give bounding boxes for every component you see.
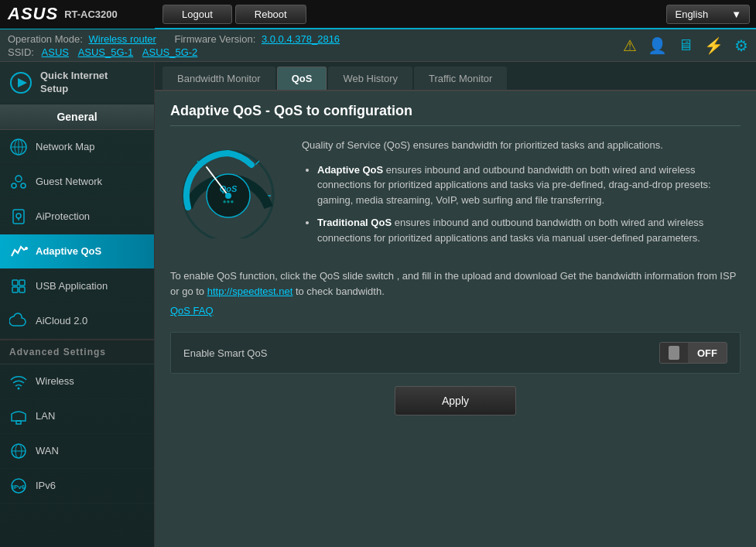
qos-faq-link[interactable]: QoS FAQ	[170, 305, 741, 316]
general-section-header: General	[0, 104, 154, 130]
qos-note: To enable QoS function, click the QoS sl…	[170, 268, 741, 299]
sidebar-item-ipv6[interactable]: IPv6 IPv6	[0, 469, 154, 504]
ipv6-icon: IPv6	[9, 477, 28, 495]
qos-bullet-traditional: Traditional QoS ensures inbound and outb…	[317, 215, 741, 245]
svg-text:IPv6: IPv6	[12, 484, 26, 491]
topbar-buttons: Logout Reboot	[155, 5, 666, 24]
speedometer-chart: QoS ●●●	[174, 138, 282, 238]
quick-setup-icon	[9, 71, 32, 94]
tab-web-history[interactable]: Web History	[328, 67, 412, 90]
chevron-down-icon: ▼	[731, 9, 741, 20]
svg-point-10	[16, 214, 21, 218]
qos-intro: Quality of Service (QoS) ensures bandwid…	[302, 138, 741, 153]
speedtest-link[interactable]: http://speedtest.net	[207, 285, 293, 297]
page-title: Adaptive QoS - QoS to configuration	[170, 103, 741, 126]
qos-gauge: QoS ●●●	[170, 138, 286, 238]
sidebar-label-lan: LAN	[36, 410, 55, 422]
svg-point-7	[12, 183, 16, 188]
tab-qos[interactable]: QoS	[277, 67, 327, 90]
sidebar-label-usb-application: USB Application	[36, 280, 108, 292]
svg-point-8	[21, 183, 26, 188]
main-content: Bandwidth Monitor QoS Web History Traffi…	[155, 62, 756, 547]
quick-setup-label2: Setup	[40, 83, 108, 96]
sidebar-label-ipv6: IPv6	[36, 480, 56, 491]
svg-point-12	[25, 247, 28, 250]
ssid-1[interactable]: ASUS	[42, 46, 69, 58]
ssid-2[interactable]: ASUS_5G-1	[78, 46, 134, 58]
svg-rect-16	[19, 287, 25, 292]
sidebar-label-adaptive-qos: Adaptive QoS	[36, 245, 101, 257]
apply-button[interactable]: Apply	[395, 386, 516, 415]
sidebar-item-quick-setup[interactable]: Quick Internet Setup	[0, 62, 154, 104]
sidebar-item-usb-application[interactable]: USB Application	[0, 269, 154, 304]
infobar-icons: ⚠ 👤 🖥 ⚡ ⚙	[623, 36, 748, 55]
notification-icon[interactable]: ⚠	[623, 36, 637, 55]
sidebar-label-aicloud: AiCloud 2.0	[36, 315, 87, 326]
settings-icon[interactable]: ⚙	[734, 36, 748, 55]
sidebar-item-aicloud[interactable]: AiCloud 2.0	[0, 304, 154, 339]
qos-bullet-adaptive: Adaptive QoS ensures inbound and outboun…	[317, 162, 741, 208]
toggle-knob	[669, 346, 679, 360]
guest-network-icon	[9, 173, 28, 191]
qos-description: Quality of Service (QoS) ensures bandwid…	[302, 138, 741, 253]
svg-rect-13	[12, 280, 18, 285]
tab-bandwidth-monitor[interactable]: Bandwidth Monitor	[162, 67, 275, 90]
toggle-label: OFF	[688, 343, 727, 363]
sidebar: Quick Internet Setup General Network Map…	[0, 62, 155, 547]
display-icon[interactable]: 🖥	[678, 36, 693, 54]
wan-icon	[9, 442, 28, 460]
svg-rect-18	[16, 421, 21, 424]
user-icon[interactable]: 👤	[648, 36, 667, 55]
svg-point-34	[225, 193, 231, 199]
sidebar-label-wan: WAN	[36, 445, 59, 456]
sidebar-item-lan[interactable]: LAN	[0, 399, 154, 434]
logout-button[interactable]: Logout	[162, 5, 232, 24]
sidebar-item-wireless[interactable]: Wireless	[0, 364, 154, 399]
language-selector[interactable]: English ▼	[666, 5, 750, 24]
tab-bar: Bandwidth Monitor QoS Web History Traffi…	[155, 62, 756, 91]
smart-qos-toggle[interactable]: OFF	[659, 342, 727, 364]
usb-application-icon	[9, 277, 28, 296]
svg-text:●●●: ●●●	[223, 198, 234, 205]
sidebar-item-network-map[interactable]: Network Map	[0, 130, 154, 165]
infobar: Operation Mode: Wireless router Firmware…	[0, 29, 756, 62]
brand-logo: ASUS	[8, 4, 58, 24]
sidebar-item-adaptive-qos[interactable]: Adaptive QoS	[0, 234, 154, 269]
sidebar-label-aiprotection: AiProtection	[36, 210, 90, 222]
operation-mode-value[interactable]: Wireless router	[88, 33, 156, 45]
sidebar-item-aiprotection[interactable]: AiProtection	[0, 200, 154, 234]
lan-icon	[9, 407, 28, 426]
smart-qos-row: Enable Smart QoS OFF	[170, 332, 741, 374]
sidebar-label-guest-network: Guest Network	[36, 176, 102, 187]
wireless-icon	[9, 372, 28, 391]
svg-rect-14	[19, 280, 25, 285]
firmware-version[interactable]: 3.0.0.4.378_2816	[262, 33, 340, 45]
smart-qos-label: Enable Smart QoS	[183, 347, 659, 359]
svg-point-6	[15, 176, 22, 182]
svg-rect-15	[12, 287, 18, 292]
tab-traffic-monitor[interactable]: Traffic Monitor	[414, 67, 507, 90]
reboot-button[interactable]: Reboot	[235, 5, 306, 24]
quick-setup-label: Quick Internet	[40, 70, 108, 83]
aicloud-icon	[9, 312, 28, 330]
usb-icon[interactable]: ⚡	[704, 36, 724, 55]
ssid-3[interactable]: ASUS_5G-2	[142, 46, 198, 58]
adaptive-qos-icon	[9, 242, 28, 261]
advanced-settings-header: Advanced Settings	[0, 339, 154, 364]
sidebar-label-wireless: Wireless	[36, 375, 74, 387]
logo-area: ASUS RT-AC3200	[0, 0, 155, 29]
content-area: Adaptive QoS - QoS to configuration	[155, 91, 756, 547]
qos-body: QoS ●●● Quality of Service (QoS) ensures…	[170, 138, 741, 253]
ssid-info: SSID: ASUS ASUS_5G-1 ASUS_5G-2	[8, 46, 340, 58]
operation-mode: Operation Mode: Wireless router Firmware…	[8, 33, 340, 45]
sidebar-item-wan[interactable]: WAN	[0, 434, 154, 469]
svg-rect-9	[13, 210, 24, 224]
toggle-track	[660, 343, 688, 363]
model-name: RT-AC3200	[64, 9, 118, 20]
qos-bullet-list: Adaptive QoS ensures inbound and outboun…	[317, 162, 741, 246]
svg-marker-1	[18, 78, 27, 87]
network-map-icon	[9, 138, 28, 156]
language-label: English	[675, 9, 708, 20]
sidebar-item-guest-network[interactable]: Guest Network	[0, 165, 154, 200]
svg-point-17	[18, 387, 20, 389]
